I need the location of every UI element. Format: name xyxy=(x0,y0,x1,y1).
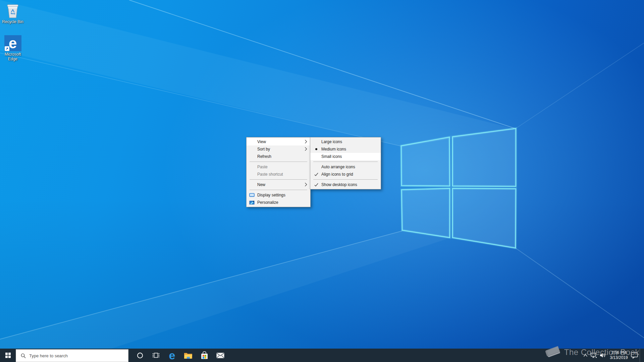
show-desktop-button[interactable] xyxy=(640,349,644,362)
edge-label-line2: Edge xyxy=(0,57,25,61)
submenu-item-show-desktop-icons-label: Show desktop icons xyxy=(321,182,357,187)
menu-item-paste-shortcut[interactable]: Paste shortcut xyxy=(247,171,310,178)
menu-item-paste-shortcut-label: Paste shortcut xyxy=(257,172,283,177)
menu-item-refresh-label: Refresh xyxy=(257,154,271,159)
edge-icon: e xyxy=(169,350,175,361)
checkmark-icon xyxy=(314,172,319,177)
shortcut-arrow-icon xyxy=(5,46,9,51)
network-icon xyxy=(591,353,597,358)
submenu-item-auto-arrange-icons-label: Auto arrange icons xyxy=(321,165,355,169)
submenu-item-medium-icons-label: Medium icons xyxy=(321,147,346,152)
checkmark-icon xyxy=(314,182,319,187)
desktop-context-menu: View Sort by Refresh Paste Paste shortcu… xyxy=(246,137,311,207)
desktop-icon-microsoft-edge[interactable]: e Microsoft Edge xyxy=(0,35,25,61)
menu-item-display-settings-label: Display settings xyxy=(257,193,285,197)
chevron-right-icon xyxy=(305,182,307,188)
menu-item-paste-label: Paste xyxy=(257,165,268,169)
edge-taskbar-button[interactable]: e xyxy=(164,349,180,362)
menu-separator xyxy=(313,179,378,180)
submenu-item-auto-arrange-icons[interactable]: Auto arrange icons xyxy=(310,163,381,171)
file-explorer-button[interactable] xyxy=(180,349,196,362)
task-view-button[interactable] xyxy=(148,349,164,362)
recycle-bin-icon xyxy=(5,3,20,19)
submenu-item-small-icons-label: Small icons xyxy=(321,154,342,159)
file-explorer-icon xyxy=(184,352,193,359)
volume-icon xyxy=(600,353,606,358)
mail-icon xyxy=(216,353,224,358)
search-icon xyxy=(21,353,26,358)
edge-label-line1: Microsoft xyxy=(0,52,25,57)
menu-item-personalize[interactable]: Personalize xyxy=(247,199,310,206)
menu-separator xyxy=(250,162,307,162)
hidden-icons-button[interactable] xyxy=(581,349,589,362)
view-submenu: Large icons Medium icons Small icons Aut… xyxy=(310,137,381,189)
action-center-icon xyxy=(631,352,638,359)
menu-separator xyxy=(313,162,378,162)
volume-tray-button[interactable] xyxy=(598,349,607,362)
submenu-item-align-icons-to-grid[interactable]: Align icons to grid xyxy=(310,171,381,178)
submenu-item-medium-icons[interactable]: Medium icons xyxy=(310,145,381,153)
taskbar: e xyxy=(0,349,644,362)
desktop-icon-recycle-bin[interactable]: Recycle Bin xyxy=(0,3,25,24)
network-tray-button[interactable] xyxy=(589,349,598,362)
action-center-button[interactable] xyxy=(629,349,639,362)
tray-clock[interactable]: 2:56 PM 3/13/2019 xyxy=(608,349,630,362)
menu-item-view[interactable]: View xyxy=(247,138,310,145)
menu-item-refresh[interactable]: Refresh xyxy=(247,153,310,160)
menu-item-paste[interactable]: Paste xyxy=(247,163,310,171)
mail-button[interactable] xyxy=(212,349,228,362)
radio-selected-icon xyxy=(314,146,319,152)
chevron-up-icon xyxy=(583,354,588,357)
taskbar-search[interactable] xyxy=(16,349,128,362)
clock-time: 2:56 PM xyxy=(611,350,627,355)
clock-date: 3/13/2019 xyxy=(610,355,628,360)
menu-item-sort-by[interactable]: Sort by xyxy=(247,145,310,153)
start-button[interactable] xyxy=(0,349,16,362)
desktop-screen: Recycle Bin e Microsoft Edge View Sort b… xyxy=(0,0,644,362)
store-icon xyxy=(201,351,208,359)
submenu-item-large-icons[interactable]: Large icons xyxy=(310,138,381,145)
search-input[interactable] xyxy=(29,353,128,358)
store-button[interactable] xyxy=(196,349,212,362)
menu-separator xyxy=(250,190,307,190)
menu-item-display-settings[interactable]: Display settings xyxy=(247,191,310,199)
menu-item-new[interactable]: New xyxy=(247,181,310,188)
submenu-item-large-icons-label: Large icons xyxy=(321,139,342,144)
submenu-item-align-icons-to-grid-label: Align icons to grid xyxy=(321,172,353,177)
menu-separator xyxy=(250,179,307,180)
edge-tile: e xyxy=(4,35,21,51)
cortana-button[interactable] xyxy=(132,349,148,362)
submenu-item-show-desktop-icons[interactable]: Show desktop icons xyxy=(310,181,381,188)
chevron-right-icon xyxy=(305,139,307,145)
personalize-icon xyxy=(249,200,255,206)
menu-item-new-label: New xyxy=(257,182,265,187)
menu-item-sort-by-label: Sort by xyxy=(257,147,270,152)
menu-item-view-label: View xyxy=(257,139,266,144)
windows-start-icon xyxy=(5,353,11,358)
task-view-icon xyxy=(152,352,160,358)
chevron-right-icon xyxy=(305,147,307,152)
submenu-item-small-icons[interactable]: Small icons xyxy=(310,153,381,160)
menu-item-personalize-label: Personalize xyxy=(257,200,278,205)
display-icon xyxy=(249,192,255,199)
cortana-icon xyxy=(137,353,143,358)
recycle-bin-label: Recycle Bin xyxy=(0,19,25,24)
